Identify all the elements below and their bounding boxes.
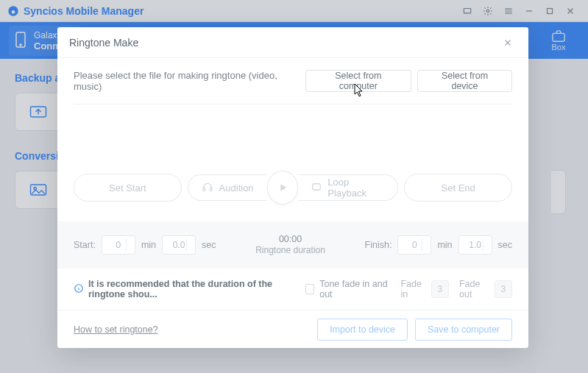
modal-title: Ringtone Make [69,37,138,49]
recommendation-row: It is recommended that the duration of t… [74,269,512,310]
headphones-icon [202,182,213,194]
finish-sec-input[interactable]: 1.0 [458,235,492,255]
modal-footer: How to set ringtone? Import to device Sa… [57,310,528,348]
waveform-area: Set Start Audition [74,104,512,208]
recommendation-text: It is recommended that the duration of t… [88,279,305,299]
sec-label-2: sec [498,240,512,250]
audition-button[interactable]: Audition [188,174,267,201]
start-min-input[interactable]: 0 [102,235,135,255]
select-from-device-button[interactable]: Select from device [417,70,512,92]
svg-rect-11 [210,188,212,191]
start-sec-input[interactable]: 0.0 [162,235,196,255]
fade-out-input[interactable]: 3 [495,280,512,298]
modal-header: Ringtone Make [57,27,528,58]
sec-label: sec [202,240,216,250]
time-strip: Start: 0 min 0.0 sec 00:00 Ringtone dura… [57,221,528,269]
tone-fade-label: Tone fade in and out [319,279,390,299]
play-button[interactable] [267,171,299,205]
ringtone-modal: Ringtone Make Please select the file for… [57,27,528,348]
import-to-device-button[interactable]: Import to device [317,319,408,341]
playback-group: Audition Loop Playback [188,171,399,205]
loop-icon [311,182,322,193]
fade-out-label: Fade out [459,279,490,299]
save-to-computer-button[interactable]: Save to computer [415,319,512,341]
finish-label: Finish: [365,240,392,250]
loop-label: Loop Playback [327,177,384,199]
audition-label: Audition [219,182,254,193]
svg-rect-12 [313,183,320,190]
duration-label: Ringtone duration [216,245,364,257]
tone-fade-checkbox[interactable] [305,284,314,294]
min-label: min [141,240,156,250]
select-from-computer-button[interactable]: Select from computer [305,70,411,92]
set-end-button[interactable]: Set End [404,174,512,202]
info-icon [74,283,84,296]
fade-in-label: Fade in [400,279,426,299]
how-to-link[interactable]: How to set ringtone? [74,324,158,335]
set-start-button[interactable]: Set Start [74,174,182,202]
duration-time: 00:00 [216,233,364,245]
min-label-2: min [437,240,452,250]
start-label: Start: [74,240,96,250]
fade-in-input[interactable]: 3 [431,280,449,298]
file-instruction: Please select the file for making ringto… [74,70,300,92]
loop-button[interactable]: Loop Playback [298,174,398,201]
svg-rect-10 [203,188,205,191]
finish-min-input[interactable]: 0 [397,235,431,255]
modal-close-icon[interactable] [499,34,517,51]
